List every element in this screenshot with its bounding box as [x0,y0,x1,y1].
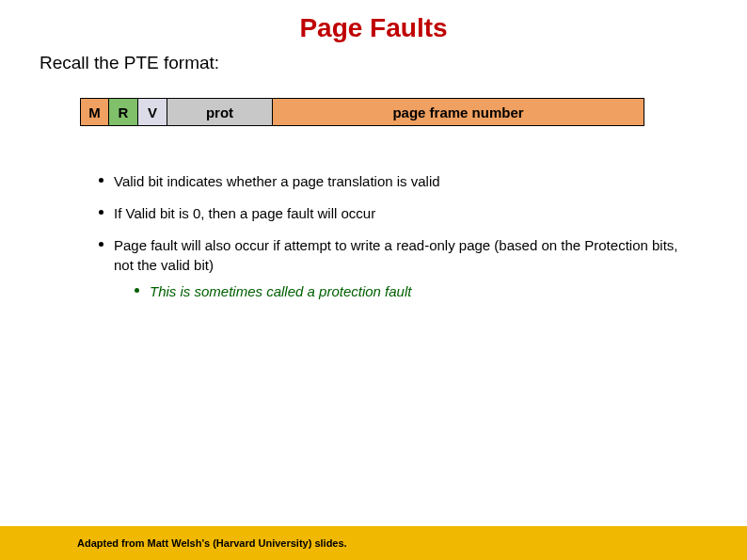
footer-attribution: Adapted from Matt Welsh's (Harvard Unive… [0,526,747,560]
bullet-list: Valid bit indicates whether a page trans… [99,171,747,302]
pte-cell-prot: prot [167,98,273,126]
sub-list-item: This is sometimes called a protection fa… [135,281,682,302]
pte-cell-r: R [109,98,138,126]
pte-cell-pfn: page frame number [273,98,644,126]
pte-format-table: M R V prot page frame number [80,98,747,126]
page-title: Page Faults [0,0,747,43]
pte-cell-m: M [80,98,109,126]
list-item: Valid bit indicates whether a page trans… [99,171,682,192]
pte-cell-v: V [138,98,167,126]
bullet-text: Page fault will also occur if attempt to… [114,237,678,274]
list-item: If Valid bit is 0, then a page fault wil… [99,203,682,224]
subtitle-text: Recall the PTE format: [40,53,747,73]
list-item: Page fault will also occur if attempt to… [99,235,682,302]
